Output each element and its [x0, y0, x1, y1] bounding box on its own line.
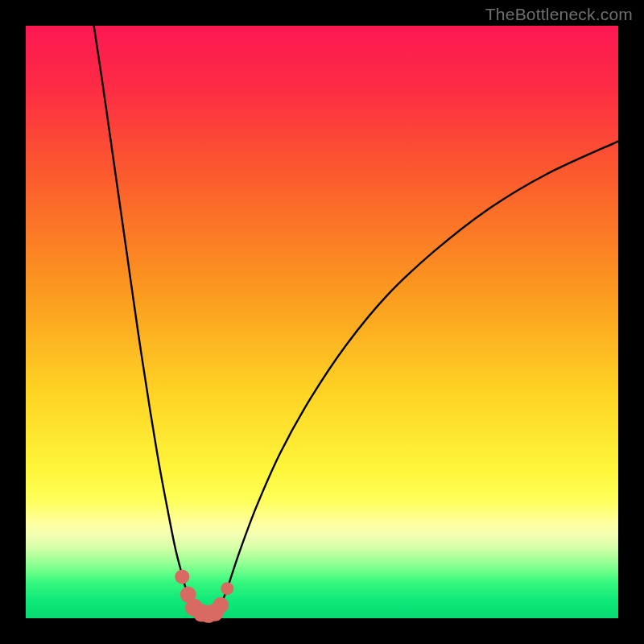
curve-layer	[26, 26, 618, 618]
trough-marker	[175, 569, 189, 584]
trough-marker	[213, 597, 229, 613]
outer-frame: TheBottleneck.com	[0, 0, 644, 644]
bottleneck-curve	[94, 26, 618, 614]
watermark-text: TheBottleneck.com	[485, 5, 633, 24]
trough-marker	[221, 582, 233, 595]
